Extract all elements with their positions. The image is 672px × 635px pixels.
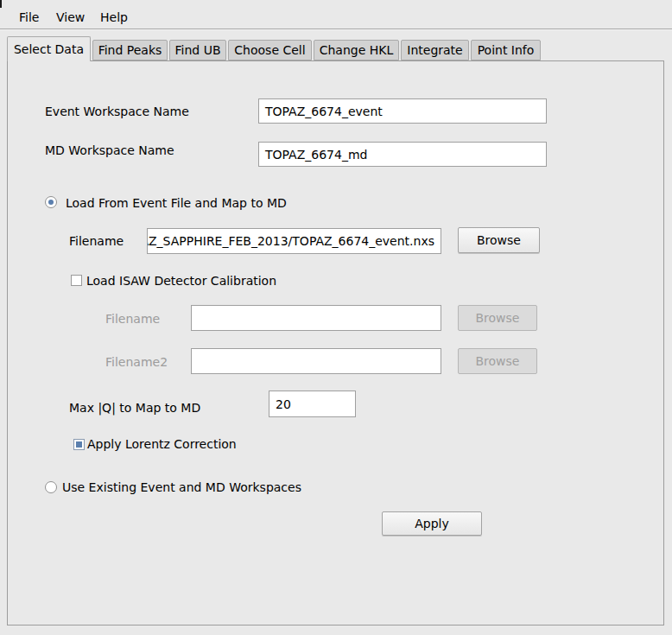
tab-integrate[interactable]: Integrate [401,40,469,60]
use-existing-workspaces-radio[interactable] [45,481,57,493]
event-workspace-name-value: TOPAZ_6674_event [265,105,383,118]
load-isaw-calibration-label: Load ISAW Detector Calibration [86,274,276,288]
max-q-label: Max |Q| to Map to MD [69,401,200,415]
apply-lorentz-correction-checkbox[interactable] [73,439,85,450]
tab-change-hkl[interactable]: Change HKL [314,40,399,60]
load-from-event-file-radio-label: Load From Event File and Map to MD [66,196,287,210]
event-workspace-name-label: Event Workspace Name [45,105,189,118]
menu-file[interactable]: File [19,10,39,24]
apply-lorentz-correction-label: Apply Lorentz Correction [87,437,237,451]
calibration-filename-browse-button[interactable]: Browse [458,305,537,331]
calibration-filename2-label: Filename2 [105,355,168,369]
tab-choose-cell[interactable]: Choose Cell [228,40,312,60]
calibration-filename2-input[interactable] [191,348,441,374]
calibration-filename2-browse-button[interactable]: Browse [458,348,537,374]
use-existing-workspaces-radio-label: Use Existing Event and MD Workspaces [62,480,301,494]
filename-value: AZ_SAPPHIRE_FEB_2013/TOPAZ_6674_event.nx… [147,234,434,248]
load-from-event-file-radio[interactable] [45,196,57,208]
md-workspace-name-label: MD Workspace Name [45,143,174,157]
md-workspace-name-value: TOPAZ_6674_md [265,148,367,162]
tab-find-peaks[interactable]: Find Peaks [92,40,168,60]
tab-find-ub[interactable]: Find UB [169,40,226,60]
md-workspace-name-input[interactable]: TOPAZ_6674_md [258,142,547,167]
application-window: File View Help Select Data Find Peaks Fi… [0,0,672,635]
menu-view[interactable]: View [56,10,85,24]
calibration-filename-input[interactable] [191,305,441,331]
filename-label: Filename [69,234,124,248]
tab-point-info[interactable]: Point Info [471,40,541,60]
max-q-input[interactable]: 20 [269,391,356,417]
max-q-value: 20 [276,397,291,411]
menu-separator-highlight [0,29,672,30]
filename-browse-button[interactable]: Browse [458,227,540,253]
apply-button[interactable]: Apply [382,511,482,536]
calibration-filename-label: Filename [105,312,160,326]
menu-help[interactable]: Help [100,10,128,24]
filename-input[interactable]: AZ_SAPPHIRE_FEB_2013/TOPAZ_6674_event.nx… [147,228,441,254]
event-workspace-name-input[interactable]: TOPAZ_6674_event [258,98,547,124]
menu-bar: File View Help [0,0,672,29]
load-isaw-calibration-checkbox[interactable] [71,275,82,286]
tab-select-data[interactable]: Select Data [7,36,91,61]
